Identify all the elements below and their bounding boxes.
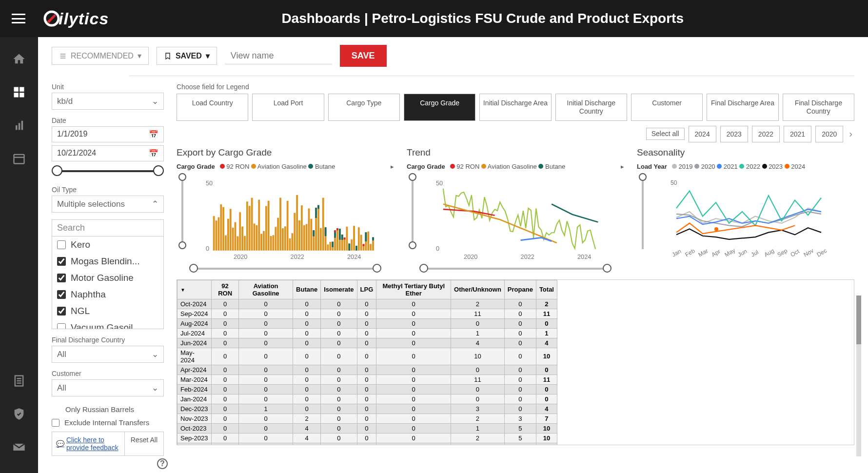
svg-rect-95 <box>360 235 362 250</box>
view-name-input[interactable] <box>225 48 332 64</box>
svg-rect-51 <box>287 200 289 250</box>
svg-rect-29 <box>235 222 237 250</box>
svg-rect-38 <box>256 225 257 250</box>
svg-rect-23 <box>220 204 222 251</box>
customer-select[interactable]: All⌄ <box>52 379 164 396</box>
saved-dropdown[interactable]: SAVED ▾ <box>157 47 217 65</box>
year-button[interactable]: 2024 <box>689 126 716 142</box>
svg-rect-103 <box>372 237 374 240</box>
svg-rect-48 <box>279 197 281 250</box>
svg-rect-9 <box>14 155 24 164</box>
oiltype-option[interactable]: Kero <box>52 236 163 253</box>
svg-text:Apr: Apr <box>710 248 722 258</box>
legend-field-button[interactable]: Final Discharge Country <box>783 94 854 121</box>
calendar-icon[interactable] <box>12 151 26 166</box>
recommended-dropdown[interactable]: RECOMMENDED ▾ <box>52 47 149 65</box>
svg-rect-80 <box>336 228 338 230</box>
year-button[interactable]: 2023 <box>720 126 748 142</box>
chevron-up-icon: ⌃ <box>152 199 158 209</box>
table-header[interactable]: Methyl Tertiary Butyl Ether <box>376 280 451 299</box>
svg-rect-27 <box>230 209 232 250</box>
reset-all-button[interactable]: Reset All <box>124 432 163 455</box>
export-chart-card: Export by Cargo Grade Cargo Grade 92 RON… <box>177 147 394 274</box>
table-header[interactable]: Other/Unknown <box>451 280 505 299</box>
oiltype-option[interactable]: Mogas Blendin... <box>52 253 163 270</box>
reports-icon[interactable] <box>12 118 26 133</box>
export-chart[interactable]: 500202020222024 <box>177 173 394 261</box>
table-row: Sep-202400000011011 <box>178 309 557 318</box>
hamburger-menu-icon[interactable] <box>12 14 25 23</box>
table-header[interactable]: 92 RON <box>212 280 239 299</box>
oiltype-option[interactable]: Motor Gasoline <box>52 270 163 286</box>
table-header[interactable]: Butane <box>293 280 321 299</box>
year-button[interactable]: 2021 <box>784 126 811 142</box>
table-header[interactable]: Aviation Gasoline <box>239 280 293 299</box>
export-chart-hslider[interactable] <box>189 264 381 274</box>
legend-field-button[interactable]: Customer <box>631 94 703 121</box>
seasonality-chart[interactable]: 50JanFebMarAprMayJunJulAugSepOctNovDec <box>637 173 854 261</box>
date-range-slider[interactable] <box>52 164 164 179</box>
oiltype-label: Oil Type <box>52 186 164 194</box>
year-button[interactable]: 2020 <box>815 126 843 142</box>
chevron-down-icon: ⌄ <box>152 96 158 106</box>
svg-rect-5 <box>20 93 24 97</box>
save-button[interactable]: SAVE <box>340 45 387 67</box>
svg-text:50: 50 <box>206 180 213 187</box>
svg-rect-89 <box>348 243 350 250</box>
data-table-wrapper[interactable]: ▼92 RONAviation GasolineButaneIsomerateL… <box>177 279 854 445</box>
legend-next-icon[interactable]: ▸ <box>391 163 394 170</box>
unit-select[interactable]: kb/d⌄ <box>52 93 164 110</box>
trend-chart-hslider[interactable] <box>419 264 612 274</box>
table-header[interactable]: Propane <box>504 280 536 299</box>
scrollbar[interactable] <box>856 296 861 456</box>
svg-rect-55 <box>296 195 298 250</box>
dashboards-icon[interactable] <box>12 85 26 99</box>
oiltype-option[interactable]: Naphtha <box>52 286 163 303</box>
date-from-input[interactable]: 1/1/2019📅 <box>52 126 164 142</box>
feedback-link[interactable]: 💬Click here to provide feedback <box>52 432 124 455</box>
svg-rect-37 <box>254 223 256 250</box>
svg-rect-101 <box>370 244 372 251</box>
table-header[interactable]: LPG <box>357 280 376 299</box>
table-row: Nov-2023002000237 <box>178 414 557 423</box>
app-logo: ilytics <box>43 9 109 28</box>
svg-point-1 <box>47 20 50 23</box>
svg-rect-99 <box>365 232 367 241</box>
legend-next-icon[interactable]: ▸ <box>621 163 624 170</box>
receipt-icon[interactable] <box>12 374 26 388</box>
table-row: Apr-2024000000000 <box>178 365 557 374</box>
legend-field-button[interactable]: Cargo Type <box>328 94 400 121</box>
legend-field-button[interactable]: Final Discharge Area <box>707 94 778 121</box>
svg-text:Feb: Feb <box>684 247 696 258</box>
shield-icon[interactable] <box>12 407 26 421</box>
legend-field-button[interactable]: Initial Discharge Area <box>479 94 551 121</box>
date-to-input[interactable]: 10/21/2024📅 <box>52 145 164 161</box>
oiltype-option[interactable]: NGL <box>52 303 163 319</box>
legend-field-button[interactable]: Initial Discharge Country <box>555 94 627 121</box>
mail-icon[interactable] <box>12 440 26 454</box>
year-button[interactable]: 2022 <box>752 126 780 142</box>
svg-text:2020: 2020 <box>234 253 247 260</box>
year-next-icon[interactable]: › <box>847 128 854 139</box>
legend-field-button[interactable]: Load Country <box>177 94 248 121</box>
help-icon[interactable]: ? <box>157 458 168 469</box>
oiltype-select[interactable]: Multiple selections⌃ <box>52 196 164 213</box>
table-header[interactable]: Total <box>536 280 557 299</box>
svg-rect-71 <box>325 227 327 236</box>
home-icon[interactable] <box>12 52 26 66</box>
svg-rect-79 <box>336 228 338 251</box>
fdc-select[interactable]: All⌄ <box>52 346 164 363</box>
table-header[interactable]: Isomerate <box>321 280 357 299</box>
seasonality-chart-legend: Load Year 2019 2020 2021 2022 2023 2024 <box>637 163 854 170</box>
svg-rect-47 <box>277 217 279 250</box>
svg-rect-69 <box>322 197 324 250</box>
table-row: Mar-202400000011011 <box>178 374 557 384</box>
year-select-all-button[interactable]: Select all <box>646 128 685 140</box>
legend-field-button[interactable]: Load Port <box>252 94 324 121</box>
table-header[interactable]: ▼ <box>178 280 212 299</box>
exclude-internal-checkbox[interactable]: Exclude Internal Transfers <box>52 418 164 427</box>
trend-chart[interactable]: 500202020222024 <box>407 173 624 261</box>
oiltype-search-input[interactable]: Search <box>52 219 164 236</box>
oiltype-option[interactable]: Vacuum Gasoil <box>52 319 163 329</box>
legend-field-button[interactable]: Cargo Grade <box>404 94 475 121</box>
